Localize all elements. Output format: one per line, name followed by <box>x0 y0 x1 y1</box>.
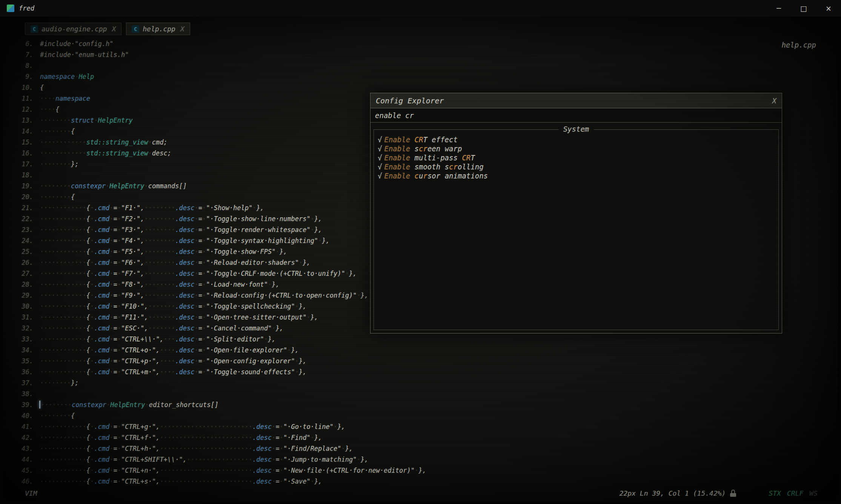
line-number: 37. <box>11 378 33 389</box>
code-line[interactable]: 36.············{·.cmd·=·"CTRL+m·",····.d… <box>11 367 836 378</box>
code-line[interactable]: 43.············{·.cmd·=·"CTRL+h·",······… <box>11 443 836 454</box>
minimize-button[interactable]: ─ <box>766 0 791 17</box>
line-text: ············{·.cmd·=·"CTRL+\\·",···.desc… <box>40 334 276 345</box>
popup-title: Config Explorer <box>376 96 444 105</box>
line-number: 39. <box>11 400 33 410</box>
line-number: 28. <box>11 279 33 290</box>
code-line[interactable]: 34.············{·.cmd·=·"CTRL+o·",····.d… <box>11 345 836 356</box>
option-label-segment: multi-pass <box>415 154 462 162</box>
line-number: 19. <box>11 181 33 192</box>
config-option[interactable]: √Enable CRT effect <box>378 135 775 144</box>
config-option[interactable]: √Enable cursor animations <box>378 171 775 180</box>
popup-titlebar: Config Explorer X <box>371 93 782 108</box>
line-number: 21. <box>11 203 33 214</box>
line-text: ············{·.cmd·=·"F2·",········.desc… <box>40 214 322 224</box>
line-text: ············std::string_view·cmd; <box>40 137 168 148</box>
option-label-segment: CR <box>415 135 423 144</box>
code-line[interactable]: 6.#include·"config.h" <box>11 38 836 49</box>
line-number: 17. <box>11 159 33 170</box>
search-input[interactable] <box>375 111 777 120</box>
status-flag: CRLF <box>787 489 803 497</box>
line-text: ············{·.cmd·=·"CTRL+h·",·········… <box>40 443 353 454</box>
code-line[interactable]: 44.············{·.cmd·=·"CTRL+SHIFT+\\·"… <box>11 454 836 465</box>
line-number: 11. <box>11 93 33 104</box>
config-section: System √Enable CRT effect√Enable screen … <box>374 129 779 330</box>
config-option[interactable]: √Enable screen warp <box>378 144 775 153</box>
maximize-button[interactable]: □ <box>791 0 816 17</box>
line-number: 36. <box>11 367 33 378</box>
checkbox-checked-icon[interactable]: √ <box>378 172 382 180</box>
line-number: 46. <box>11 476 33 487</box>
option-label-segment: sor animations <box>427 172 488 180</box>
line-number: 18. <box>11 170 33 181</box>
section-label: System <box>559 125 594 133</box>
line-number: 16. <box>11 148 33 159</box>
tab-help-cpp[interactable]: C help.cpp X <box>126 23 190 35</box>
tab-close-icon[interactable]: X <box>180 25 184 33</box>
tab-close-icon[interactable]: X <box>112 25 116 33</box>
code-line[interactable]: 9.namespace·Help <box>11 71 836 82</box>
line-text: ············std::string_view·desc; <box>40 148 171 159</box>
line-number: 26. <box>11 257 33 268</box>
code-line[interactable]: 39.········constexpr·HelpEntry·editor_sh… <box>11 400 836 410</box>
checkbox-checked-icon[interactable]: √ <box>378 144 382 153</box>
code-line[interactable]: 37.········}; <box>11 378 836 389</box>
mode-indicator: VIM <box>25 489 37 497</box>
line-number: 38. <box>11 389 33 400</box>
line-number: 23. <box>11 224 33 235</box>
tab-audio-engine-cpp[interactable]: C audio-engine.cpp X <box>25 23 121 35</box>
line-number: 42. <box>11 432 33 443</box>
line-number: 35. <box>11 356 33 367</box>
code-line[interactable]: 42.············{·.cmd·=·"CTRL+f·",······… <box>11 432 836 443</box>
line-text: ············{·.cmd·=·"F5·",········.desc… <box>40 246 287 257</box>
cursor-position-info: 22px Ln 39, Col 1 (15.42%) <box>620 489 726 497</box>
line-text: ············{·.cmd·=·"F3·",········.desc… <box>40 224 322 235</box>
line-text: ········}; <box>40 378 78 389</box>
code-line[interactable]: 7.#include·"enum-utils.h" <box>11 49 836 60</box>
checkbox-checked-icon[interactable]: √ <box>378 163 382 171</box>
window-controls: ─ □ × <box>766 0 841 17</box>
line-text: ············{·.cmd·=·"CTRL+g·",·········… <box>40 421 345 432</box>
line-text: ············{·.cmd·=·"CTRL+SHIFT+\\·",··… <box>40 454 368 465</box>
line-number: 22. <box>11 214 33 224</box>
config-option[interactable]: √Enable multi-pass CRT <box>378 153 775 162</box>
line-number: 33. <box>11 334 33 345</box>
code-line[interactable]: 46.············{·.cmd·=·"CTRL+s·",······… <box>11 476 836 487</box>
option-label-segment: s <box>415 144 419 153</box>
status-flags: STXCRLFWS <box>769 489 818 497</box>
line-number: 31. <box>11 312 33 323</box>
lock-icon <box>730 490 736 497</box>
line-text: ············{·.cmd·=·"F1·",········.desc… <box>40 203 264 214</box>
option-label-segment: Enable <box>384 163 414 171</box>
line-number: 14. <box>11 126 33 137</box>
close-button[interactable]: × <box>816 0 841 17</box>
config-explorer-popup: Config Explorer X System √Enable CRT eff… <box>370 93 782 333</box>
code-line[interactable]: 41.············{·.cmd·=·"CTRL+g·",······… <box>11 421 836 432</box>
config-option[interactable]: √Enable smooth scrolling <box>378 162 775 171</box>
code-line[interactable]: 8. <box>11 60 836 71</box>
option-label-segment: cr <box>449 163 458 171</box>
line-text: ············{·.cmd·=·"F10·",·······.desc… <box>40 301 306 312</box>
code-line[interactable]: 45.············{·.cmd·=·"CTRL+n·",······… <box>11 465 836 476</box>
code-line[interactable]: 33.············{·.cmd·=·"CTRL+\\·",···.d… <box>11 334 836 345</box>
option-label-segment: een warp <box>427 144 462 153</box>
checkbox-checked-icon[interactable]: √ <box>378 154 382 162</box>
line-text: ············{·.cmd·=·"CTRL+o·",····.desc… <box>40 345 299 356</box>
line-text: ············{·.cmd·=·"CTRL+m·",····.desc… <box>40 367 306 378</box>
line-text: namespace·Help <box>40 71 94 82</box>
option-label-segment: T effect <box>423 135 458 144</box>
code-line[interactable]: 10.{ <box>11 82 836 93</box>
line-number: 40. <box>11 410 33 421</box>
option-label-segment: cr <box>419 144 427 153</box>
code-line[interactable]: 35.············{·.cmd·=·"CTRL+p·",····.d… <box>11 356 836 367</box>
code-line[interactable]: 38. <box>11 389 836 400</box>
checkbox-checked-icon[interactable]: √ <box>378 135 382 144</box>
line-number: 24. <box>11 235 33 246</box>
text-cursor <box>39 401 40 409</box>
window-title: fred <box>19 5 34 12</box>
line-number: 30. <box>11 301 33 312</box>
option-label-segment: c <box>415 172 419 180</box>
close-icon[interactable]: X <box>772 97 776 105</box>
line-number: 12. <box>11 104 33 115</box>
code-line[interactable]: 40.········{ <box>11 410 836 421</box>
